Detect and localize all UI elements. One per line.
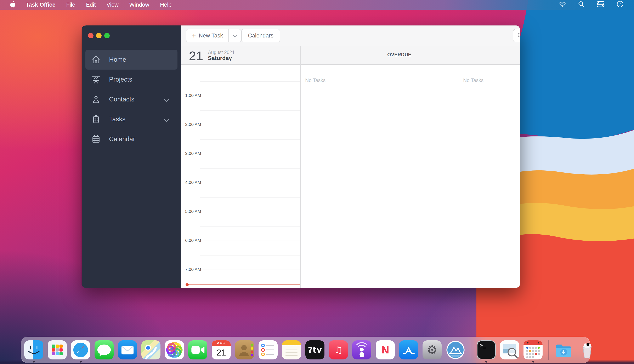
- siri-icon[interactable]: [616, 0, 624, 9]
- sidebar-item-label: Contacts: [109, 96, 134, 103]
- zoom-button[interactable]: [104, 33, 110, 38]
- day-number: 21: [189, 48, 203, 63]
- calendar-month: AUG: [212, 340, 231, 346]
- home-icon: [91, 55, 101, 64]
- menu-item-edit[interactable]: Edit: [86, 2, 96, 8]
- sidebar-item-label: Home: [109, 56, 126, 63]
- calendar-content: 1:00 AM2:00 AM3:00 AM4:00 AM5:00 AM6:00 …: [181, 64, 520, 288]
- column-divider: [300, 46, 301, 288]
- sidebar-item-home[interactable]: Home: [85, 50, 177, 70]
- close-button[interactable]: [88, 33, 94, 38]
- time-label: 5:00 AM: [185, 209, 216, 214]
- overdue-empty-text: No Tasks: [305, 78, 325, 83]
- dock-icon-notes[interactable]: [282, 340, 301, 360]
- calendars-button[interactable]: Calendars: [241, 29, 280, 42]
- dock-icon-tv[interactable]: ?tv: [305, 340, 324, 360]
- dock-icon-mail[interactable]: [118, 340, 137, 360]
- menu-bar: Task Office FileEditViewWindowHelp: [0, 0, 634, 10]
- dock-icon-calendar2[interactable]: [524, 340, 543, 360]
- sidebar-item-projects[interactable]: Projects: [85, 70, 177, 90]
- sidebar-item-label: Projects: [109, 76, 132, 83]
- menu-item-file[interactable]: File: [66, 2, 76, 8]
- dock-icon-photos[interactable]: [165, 340, 184, 360]
- calendar-icon: [91, 134, 101, 144]
- tasks-icon: [91, 114, 101, 124]
- dock-icon-contacts[interactable]: [235, 340, 254, 360]
- time-label: 4:00 AM: [185, 180, 216, 185]
- menu-item-help[interactable]: Help: [160, 2, 172, 8]
- dock-icon-appstore[interactable]: [399, 340, 418, 360]
- dock-icon-news[interactable]: N: [376, 340, 395, 360]
- chevron-down-icon: [233, 33, 237, 37]
- running-indicator: [532, 361, 534, 362]
- menu-status-area: [558, 0, 634, 9]
- time-label: 7:00 AM: [185, 267, 216, 272]
- sidebar: HomeProjectsContactsTasksCalendar: [82, 26, 181, 288]
- dock-divider: [471, 340, 471, 360]
- spotlight-icon[interactable]: [578, 1, 585, 9]
- dock-icon-finder[interactable]: [24, 340, 43, 360]
- half-hour-gridline: [200, 168, 300, 168]
- dock-icon-facetime[interactable]: [188, 340, 207, 360]
- new-task-button[interactable]: + New Task: [186, 29, 241, 42]
- calendar-day: 21: [217, 346, 226, 360]
- new-task-dropdown[interactable]: [229, 30, 241, 42]
- calendar-header-row: 21 August 2021 Saturday OVERDUE WEEK: [181, 46, 520, 64]
- dock-icon-downloads[interactable]: [554, 340, 573, 360]
- dock-icon-trash[interactable]: [578, 340, 597, 360]
- wifi-icon[interactable]: [558, 1, 566, 9]
- menu-item-view[interactable]: View: [107, 2, 119, 8]
- dock-icon-music[interactable]: ♫: [329, 340, 348, 360]
- new-task-label: New Task: [199, 32, 223, 39]
- menu-app-name[interactable]: Task Office: [26, 2, 56, 8]
- time-label: 3:00 AM: [185, 151, 216, 156]
- task-office-window: HomeProjectsContactsTasksCalendar + New …: [82, 26, 520, 288]
- dock-icon-reminders[interactable]: [259, 340, 278, 360]
- time-label: 2:00 AM: [185, 122, 216, 127]
- time-label: 6:00 AM: [185, 238, 216, 243]
- menu-item-window[interactable]: Window: [129, 2, 149, 8]
- dock-icon-taskoffice[interactable]: [446, 340, 465, 360]
- half-hour-gridline: [200, 110, 300, 110]
- running-indicator: [33, 361, 35, 362]
- half-hour-gridline: [200, 226, 300, 226]
- minimize-button[interactable]: [96, 33, 102, 38]
- sidebar-item-contacts[interactable]: Contacts: [85, 90, 177, 109]
- desktop: Task Office FileEditViewWindowHelp HomeP…: [0, 0, 634, 364]
- apple-menu-icon[interactable]: [9, 0, 15, 9]
- time-label: 1:00 AM: [185, 93, 216, 98]
- dock-icon-launchpad[interactable]: [48, 340, 67, 360]
- chevron-down-icon: [164, 116, 169, 122]
- search-icon: [517, 32, 520, 39]
- dock-icon-calendar[interactable]: AUG21: [212, 340, 231, 360]
- running-indicator: [485, 361, 487, 362]
- week-empty-text: No Tasks: [463, 78, 484, 83]
- toolbar: + New Task Calendars: [181, 26, 520, 46]
- dock-icon-messages[interactable]: [95, 340, 114, 360]
- projects-icon: [91, 75, 101, 84]
- dock-icon-preview[interactable]: [500, 340, 519, 360]
- weekday-label: Saturday: [208, 55, 232, 62]
- control-center-icon[interactable]: [597, 1, 604, 9]
- dock-icon-podcasts[interactable]: [352, 340, 371, 360]
- column-divider: [458, 46, 458, 288]
- calendars-label: Calendars: [248, 32, 274, 39]
- sidebar-item-calendar[interactable]: Calendar: [85, 129, 177, 149]
- dock-icon-maps[interactable]: [141, 340, 160, 360]
- half-hour-gridline: [200, 197, 300, 198]
- dock-divider: [548, 340, 549, 360]
- month-year-label: August 2021: [208, 50, 235, 55]
- dock-icon-safari[interactable]: [71, 340, 90, 360]
- search-field: [513, 29, 520, 42]
- current-time-line: [186, 284, 300, 285]
- sidebar-item-tasks[interactable]: Tasks: [85, 109, 177, 129]
- dock-icon-settings[interactable]: ⚙: [422, 340, 442, 360]
- running-indicator: [80, 361, 82, 362]
- half-hour-gridline: [200, 81, 300, 82]
- sidebar-item-label: Calendar: [109, 136, 135, 143]
- dock: AUG21?tv♫N⚙>_: [21, 337, 590, 363]
- overdue-column-title: OVERDUE: [387, 52, 411, 58]
- half-hour-gridline: [200, 255, 300, 256]
- dock-icon-terminal[interactable]: >_: [477, 340, 496, 360]
- sidebar-item-label: Tasks: [109, 116, 125, 123]
